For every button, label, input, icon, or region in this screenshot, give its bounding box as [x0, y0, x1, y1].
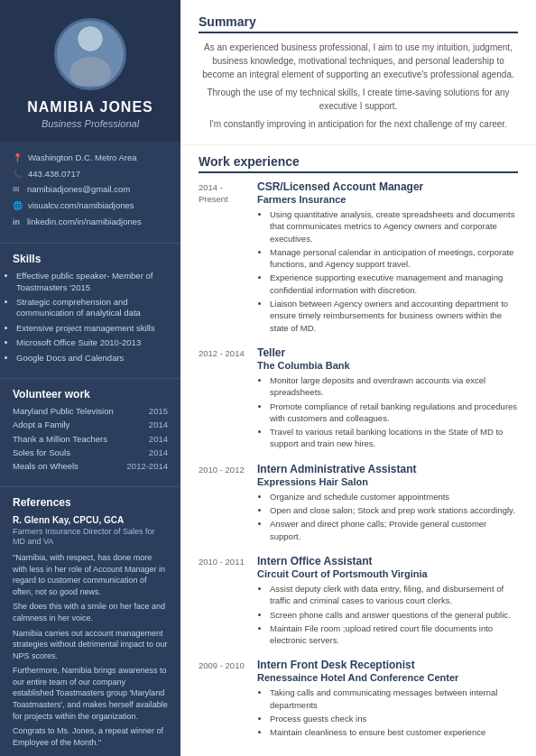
company-1: Farmers Insurance	[257, 194, 518, 205]
svg-point-3	[69, 57, 111, 86]
job-dates-1: 2014 - Present	[199, 180, 248, 336]
contact-location: 📍 Washington D.C. Metro Area	[13, 152, 168, 164]
job-details-2: Teller The Columbia Bank Monitor large d…	[257, 346, 518, 452]
bullet: Screen phone calls and answer questions …	[270, 609, 518, 621]
candidate-name: NAMIBIA JONES	[27, 99, 153, 115]
contact-linkedin[interactable]: in linkedin.com/in/namibiadjones	[13, 217, 168, 228]
summary-p2: Through the use of my technical skills, …	[199, 86, 518, 113]
ref-quote-1: "Namibia, with respect, has done more wi…	[13, 552, 168, 597]
volunteer-item: Maryland Public Television 2015	[13, 406, 168, 417]
profile-header: NAMIBIA JONES Business Professional	[0, 0, 180, 142]
bullet: Experience supporting executive manageme…	[270, 272, 518, 296]
company-3: Expressions Hair Salon	[257, 476, 518, 487]
bullet: Liaison between Agency owners and accoun…	[270, 298, 518, 334]
bullet: Promote compliance of retail banking reg…	[270, 401, 518, 425]
avatar	[54, 18, 126, 90]
company-4: Circuit Court of Portsmouth Virginia	[257, 568, 518, 579]
job-details-4: Intern Office Assistant Circuit Court of…	[257, 555, 518, 648]
phone-icon: 📞	[13, 170, 23, 180]
job-bullets-4: Assist deputy clerk with data entry, fil…	[257, 583, 518, 646]
bullet: Maintain cleanliness to ensure best cust…	[270, 726, 518, 738]
job-bullets-1: Using quantitative analysis, create spre…	[257, 208, 518, 334]
job-dates-4: 2010 - 2011	[199, 555, 248, 648]
work-header: Work experience	[199, 154, 518, 173]
volunteer-section: Maryland Public Television 2015 Adopt a …	[0, 406, 180, 481]
summary-header: Summary	[199, 14, 518, 33]
skill-item: Effective public speaker- Member of Toas…	[16, 271, 168, 293]
job-entry-2: 2012 - 2014 Teller The Columbia Bank Mon…	[199, 346, 518, 452]
job-bullets-3: Organize and schedule customer appointme…	[257, 491, 518, 542]
bullet: Using quantitative analysis, create spre…	[270, 208, 518, 244]
bullet: Answer and direct phone calls; Provide g…	[270, 518, 518, 542]
linkedin-icon: in	[13, 217, 22, 228]
summary-section: Summary As an experienced business profe…	[180, 0, 536, 145]
job-title-3: Intern Administrative Assistant	[257, 463, 518, 475]
job-title-4: Intern Office Assistant	[257, 555, 518, 567]
job-bullets-5: Taking calls and communicating messages …	[257, 687, 518, 738]
sidebar: NAMIBIA JONES Business Professional 📍 Wa…	[0, 0, 180, 756]
job-dates-3: 2010 - 2012	[199, 463, 248, 544]
bullet: Travel to various retail banking locatio…	[270, 426, 518, 450]
job-dates-2: 2012 - 2014	[199, 346, 248, 452]
bullet: Maintain File room ;upload retired court…	[270, 622, 518, 647]
summary-body: As an experienced business professional,…	[199, 41, 518, 131]
volunteer-item: Soles for Souls 2014	[13, 447, 168, 458]
job-dates-5: 2009 - 2010	[199, 659, 248, 740]
contact-section: 📍 Washington D.C. Metro Area 📞 443.438.0…	[0, 142, 180, 237]
bullet: Assist deputy clerk with data entry, fil…	[270, 583, 518, 607]
skills-list: Effective public speaker- Member of Toas…	[0, 271, 180, 372]
main-content: Summary As an experienced business profe…	[180, 0, 536, 756]
job-entry-3: 2010 - 2012 Intern Administrative Assist…	[199, 463, 518, 544]
ref-name: R. Glenn Kay, CPCU, GCA	[13, 514, 168, 527]
bullet: Taking calls and communicating messages …	[270, 687, 518, 711]
avatar-image	[63, 23, 117, 86]
skill-item: Extensive project management skills	[16, 323, 168, 334]
skill-item: Google Docs and Calendars	[16, 353, 168, 364]
contact-website[interactable]: 🌐 visualcv.com/namibiadjones	[13, 200, 168, 212]
references-section: R. Glenn Kay, CPCU, GCA Farmers Insuranc…	[0, 514, 180, 756]
candidate-title: Business Professional	[42, 118, 139, 129]
volunteer-item: Meals on Wheels 2012-2014	[13, 461, 168, 472]
job-bullets-2: Monitor large deposits and overdrawn acc…	[257, 374, 518, 450]
references-section-title: References	[0, 486, 180, 514]
web-icon: 🌐	[13, 201, 23, 212]
ref-job-title: Farmers Insurance Director of Sales for …	[13, 527, 168, 548]
phone-text: 443.438.0717	[28, 169, 80, 180]
summary-p1: As an experienced business professional,…	[199, 41, 518, 81]
summary-p3: I'm constantly improving in anticipation…	[199, 117, 518, 131]
job-entry-1: 2014 - Present CSR/Licensed Account Mana…	[199, 180, 518, 336]
bullet: Process guests check ins	[270, 713, 518, 724]
bullet: Manage personal calendar in anticipation…	[270, 246, 518, 271]
contact-email: ✉ namibiadjones@gmail.com	[13, 184, 168, 196]
skill-item: Strategic comprehension and communicatio…	[16, 297, 168, 319]
contact-phone: 📞 443.438.0717	[13, 169, 168, 180]
linkedin-text: linkedin.com/in/namibiadjones	[27, 217, 142, 227]
job-title-2: Teller	[257, 346, 518, 359]
volunteer-item: Adopt a Family 2014	[13, 419, 168, 430]
svg-point-2	[78, 26, 103, 51]
ref-quote-2: She does this with a smile on her face a…	[13, 601, 168, 623]
job-details-5: Intern Front Desk Receptionist Renessain…	[257, 659, 518, 740]
job-title-1: CSR/Licensed Account Manager	[257, 180, 518, 193]
ref-quote-5: Congrats to Ms. Jones, a repeat winner o…	[13, 725, 168, 748]
email-icon: ✉	[13, 185, 22, 196]
volunteer-item: Thank a Million Teachers 2014	[13, 434, 168, 445]
job-entry-4: 2010 - 2011 Intern Office Assistant Circ…	[199, 555, 518, 648]
job-title-5: Intern Front Desk Receptionist	[257, 659, 518, 671]
location-text: Washington D.C. Metro Area	[28, 152, 137, 163]
bullet: Monitor large deposits and overdrawn acc…	[270, 374, 518, 399]
website-text: visualcv.com/namibiadjones	[28, 200, 134, 211]
company-2: The Columbia Bank	[257, 360, 518, 371]
company-5: Renessaince Hotel And Conference Center	[257, 672, 518, 683]
job-details-3: Intern Administrative Assistant Expressi…	[257, 463, 518, 544]
work-section: Work experience 2014 - Present CSR/Licen…	[180, 145, 536, 756]
skills-section-title: Skills	[0, 243, 180, 271]
volunteer-section-title: Volunteer work	[0, 378, 180, 406]
bullet: Open and close salon; Stock and prep wor…	[270, 504, 518, 516]
location-icon: 📍	[13, 153, 23, 164]
bullet: Organize and schedule customer appointme…	[270, 491, 518, 502]
ref-quote-4: Furthermore, Namibia brings awareness to…	[13, 665, 168, 722]
email-text: namibiadjones@gmail.com	[27, 184, 130, 195]
job-details-1: CSR/Licensed Account Manager Farmers Ins…	[257, 180, 518, 336]
job-entry-5: 2009 - 2010 Intern Front Desk Receptioni…	[199, 659, 518, 740]
